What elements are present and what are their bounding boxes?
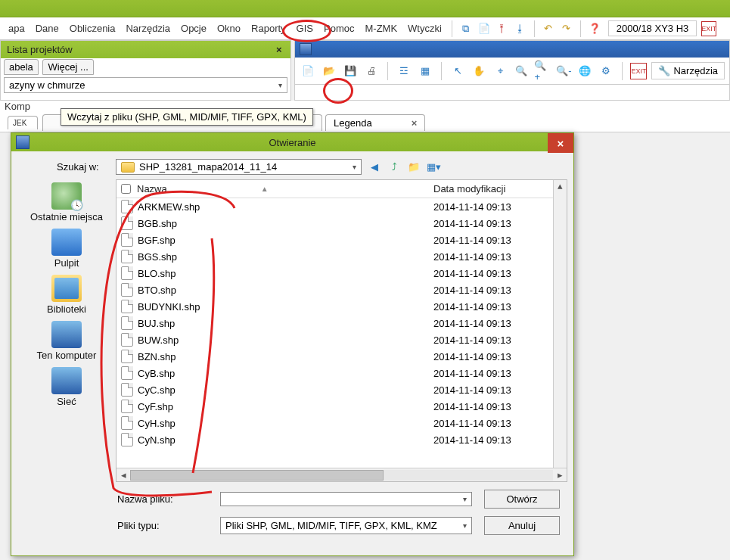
menu-mzmk[interactable]: M-ZMK	[359, 20, 402, 37]
menu-pomoc[interactable]: Pomoc	[318, 20, 359, 37]
file-row[interactable]: BGF.shp2014-11-14 09:13	[116, 232, 567, 248]
file-row[interactable]: CyB.shp2014-11-14 09:13	[116, 365, 567, 381]
tab-wiecej[interactable]: Więcej ...	[42, 59, 93, 75]
filetype-combo[interactable]: Pliki SHP, GML, MID/MIF, TIFF, GPX, KML,…	[220, 517, 472, 534]
file-row[interactable]: BTO.shp2014-11-14 09:13	[116, 282, 567, 298]
tools-button[interactable]: 🔧 Narzędzia	[651, 62, 725, 79]
print-icon[interactable]: 🖨	[363, 63, 380, 79]
col-name-label: Nazwa	[137, 183, 167, 194]
scroll-left-icon[interactable]: ◂	[116, 469, 130, 481]
cancel-button[interactable]: Anuluj	[484, 516, 560, 535]
file-date: 2014-11-14 09:13	[433, 235, 562, 246]
paste-icon[interactable]: 📄	[477, 21, 492, 36]
menu-okno[interactable]: Okno	[212, 20, 246, 37]
file-row[interactable]: BGS.shp2014-11-14 09:13	[116, 248, 567, 265]
scroll-up-icon[interactable]: ▴	[554, 180, 567, 192]
dialog-close-button[interactable]: ×	[548, 133, 573, 153]
file-row[interactable]: BZN.shp2014-11-14 09:13	[116, 348, 567, 365]
file-row[interactable]: CyC.shp2014-11-14 09:13	[116, 381, 567, 398]
horizontal-scrollbar[interactable]: ◂ ▸	[116, 468, 567, 481]
pan-icon[interactable]: ✋	[471, 63, 487, 79]
vertical-scrollbar[interactable]: ▴	[553, 180, 567, 468]
file-row[interactable]: BGB.shp2014-11-14 09:13	[116, 215, 567, 232]
place-desktop[interactable]: Pulpit	[51, 229, 82, 269]
look-in-combo[interactable]: SHP_13281_mapa2014_11_14 ▾	[116, 159, 362, 175]
project-list-close-icon[interactable]: ×	[273, 44, 285, 55]
file-name: BGS.shp	[138, 251, 433, 263]
file-row[interactable]: ARKMEW.shp2014-11-14 09:13	[116, 198, 567, 215]
globe-icon[interactable]: 🌐	[576, 63, 593, 79]
dialog-title: Otwieranie	[269, 137, 315, 148]
copy-icon[interactable]: ⧉	[458, 21, 474, 36]
exit-icon[interactable]: EXIT	[701, 21, 716, 36]
settings-icon[interactable]: ⚙	[598, 63, 614, 79]
file-icon	[121, 366, 133, 380]
place-network[interactable]: Sieć	[51, 367, 82, 407]
tab-abela[interactable]: abela	[4, 59, 39, 75]
file-row[interactable]: CyF.shp2014-11-14 09:13	[116, 398, 567, 415]
file-row[interactable]: BUW.shp2014-11-14 09:13	[116, 331, 567, 348]
up-folder-icon[interactable]: ⤴	[387, 160, 401, 174]
chevron-down-icon: ▾	[463, 495, 467, 503]
menu-wtyczki[interactable]: Wtyczki	[402, 20, 447, 37]
select-all-checkbox[interactable]	[121, 184, 131, 194]
undo-icon[interactable]: ↶	[541, 21, 556, 36]
menu-gis[interactable]: GIS	[291, 20, 318, 37]
file-name: BGB.shp	[138, 218, 433, 229]
zoom-extent-icon[interactable]: ⌖	[492, 63, 508, 79]
scroll-right-icon[interactable]: ▸	[553, 469, 567, 481]
place-libraries-label: Biblioteki	[47, 303, 86, 315]
file-row[interactable]: CyN.shp2014-11-14 09:13	[116, 431, 567, 448]
file-row[interactable]: BUJ.shp2014-11-14 09:13	[116, 315, 567, 331]
grid-icon[interactable]: ▦	[417, 63, 433, 79]
file-date: 2014-11-14 09:13	[433, 268, 562, 279]
views-icon[interactable]: ▦▾	[427, 160, 440, 174]
place-libraries[interactable]: Biblioteki	[47, 275, 86, 315]
filename-input[interactable]: ▾	[220, 492, 472, 506]
menu-obliczenia[interactable]: Obliczenia	[64, 20, 121, 37]
back-icon[interactable]: ◀	[368, 160, 381, 174]
file-date: 2014-11-14 09:13	[433, 418, 562, 429]
project-list-title: Lista projektów	[7, 44, 73, 55]
wrench-icon: 🔧	[658, 65, 670, 76]
new-folder-icon[interactable]: 📁	[407, 160, 421, 174]
exit2-icon[interactable]: EXIT	[630, 63, 647, 79]
file-row[interactable]: BUDYNKI.shp2014-11-14 09:13	[116, 298, 567, 315]
tab-close-icon[interactable]: ×	[412, 117, 418, 129]
menu-raporty[interactable]: Raporty	[246, 20, 291, 37]
redo-icon[interactable]: ↷	[559, 21, 574, 36]
open-button[interactable]: Otwórz	[484, 490, 560, 509]
zoom-out-icon[interactable]: 🔍-	[555, 63, 572, 79]
file-row[interactable]: CyH.shp2014-11-14 09:13	[116, 415, 567, 431]
export-icon[interactable]: ⭱	[495, 21, 510, 36]
menu-apa[interactable]: apa	[3, 20, 30, 37]
project-list-panel: Lista projektów × abela Więcej ... azyny…	[0, 40, 291, 101]
menu-narzedzia[interactable]: Narzędzia	[120, 20, 176, 37]
file-row[interactable]: BLO.shp2014-11-14 09:13	[116, 265, 567, 282]
menu-dane[interactable]: Dane	[30, 20, 64, 37]
import-icon[interactable]: ⭳	[513, 21, 528, 36]
menu-opcje[interactable]: Opcje	[176, 20, 212, 37]
help-icon[interactable]: ❓	[587, 21, 602, 36]
layers-icon[interactable]: ☲	[396, 63, 412, 79]
pointer-icon[interactable]: ↖	[449, 63, 466, 79]
file-date: 2014-11-14 09:13	[433, 351, 562, 362]
place-recent[interactable]: Ostatnie miejsca	[30, 182, 103, 222]
open-folder-icon[interactable]: 📂	[321, 63, 337, 79]
place-computer[interactable]: Ten komputer	[37, 321, 97, 361]
coord-system-label[interactable]: 2000/18 XY3 H3	[608, 20, 697, 36]
cloud-storage-label: azyny w chmurze	[9, 79, 85, 91]
file-name: BUW.shp	[138, 334, 433, 346]
zoom-in-icon[interactable]: 🔍+	[534, 63, 551, 79]
file-list-header[interactable]: Nazwa ▲ Data modyfikacji	[116, 180, 567, 198]
cloud-storage-combo[interactable]: azyny w chmurze ▾	[4, 77, 287, 93]
zoom-window-icon[interactable]: 🔍	[513, 63, 530, 79]
file-name: CyB.shp	[138, 368, 433, 379]
tab-first[interactable]: JEK	[8, 116, 38, 129]
new-icon[interactable]: 📄	[300, 63, 316, 79]
scroll-thumb[interactable]	[130, 470, 384, 481]
file-date: 2014-11-14 09:13	[433, 318, 562, 329]
save-icon[interactable]: 💾	[342, 63, 359, 79]
tab-legend[interactable]: Legenda ×	[325, 114, 425, 131]
chevron-down-icon: ▾	[353, 163, 356, 171]
